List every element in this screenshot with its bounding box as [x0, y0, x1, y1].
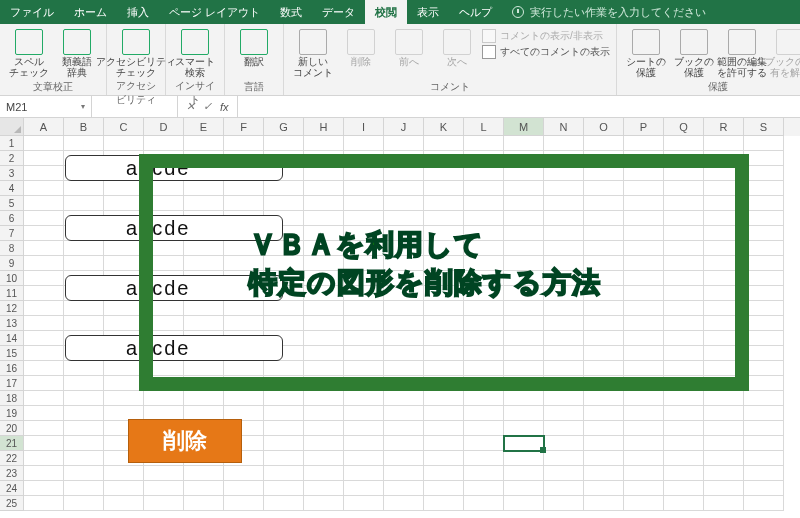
cell[interactable]: [424, 136, 464, 151]
cell[interactable]: [304, 481, 344, 496]
cell[interactable]: [664, 136, 704, 151]
column-header[interactable]: I: [344, 118, 384, 136]
row-header[interactable]: 3: [0, 166, 24, 181]
cell[interactable]: [24, 196, 64, 211]
cell[interactable]: [184, 481, 224, 496]
insert-function-icon[interactable]: fx: [220, 101, 229, 113]
cell[interactable]: [504, 481, 544, 496]
accessibility-check-button[interactable]: アクセシビリティ チェック: [113, 27, 159, 78]
cell[interactable]: [304, 421, 344, 436]
cell[interactable]: [624, 481, 664, 496]
row-header[interactable]: 20: [0, 421, 24, 436]
cell[interactable]: [384, 436, 424, 451]
cell[interactable]: [704, 466, 744, 481]
cell[interactable]: [584, 436, 624, 451]
cell[interactable]: [584, 421, 624, 436]
cell[interactable]: [104, 496, 144, 511]
cell[interactable]: [264, 421, 304, 436]
cell[interactable]: [744, 421, 784, 436]
cell[interactable]: [24, 211, 64, 226]
cell[interactable]: [744, 496, 784, 511]
cell[interactable]: [544, 406, 584, 421]
row-header[interactable]: 23: [0, 466, 24, 481]
cell[interactable]: [304, 136, 344, 151]
column-header[interactable]: G: [264, 118, 304, 136]
cell[interactable]: [24, 406, 64, 421]
cell[interactable]: [304, 406, 344, 421]
tab-review[interactable]: 校閲: [365, 0, 407, 24]
cell[interactable]: [544, 136, 584, 151]
cell[interactable]: [464, 136, 504, 151]
cell[interactable]: [584, 451, 624, 466]
cell[interactable]: [24, 361, 64, 376]
cell[interactable]: [104, 316, 144, 331]
cell[interactable]: [464, 406, 504, 421]
cell[interactable]: [704, 496, 744, 511]
translate-button[interactable]: 翻訳: [231, 27, 277, 67]
show-all-comments[interactable]: すべてのコメントの表示: [482, 45, 610, 59]
cell[interactable]: [664, 451, 704, 466]
cell[interactable]: [544, 466, 584, 481]
cell[interactable]: [64, 376, 104, 391]
cell[interactable]: [664, 406, 704, 421]
cell[interactable]: [424, 421, 464, 436]
row-header[interactable]: 12: [0, 301, 24, 316]
cell[interactable]: [464, 436, 504, 451]
cell[interactable]: [184, 136, 224, 151]
cell[interactable]: [24, 181, 64, 196]
cell[interactable]: [664, 481, 704, 496]
cell[interactable]: [264, 406, 304, 421]
cell[interactable]: [64, 451, 104, 466]
cell[interactable]: [464, 496, 504, 511]
row-header[interactable]: 7: [0, 226, 24, 241]
row-header[interactable]: 8: [0, 241, 24, 256]
cell[interactable]: [744, 271, 784, 286]
cell[interactable]: [744, 301, 784, 316]
cell[interactable]: [704, 136, 744, 151]
cell[interactable]: [64, 481, 104, 496]
cell[interactable]: [424, 496, 464, 511]
cell[interactable]: [104, 136, 144, 151]
cell[interactable]: [304, 466, 344, 481]
cell[interactable]: [744, 376, 784, 391]
cell[interactable]: [624, 406, 664, 421]
cell[interactable]: [424, 451, 464, 466]
row-header[interactable]: 21: [0, 436, 24, 451]
cell[interactable]: [584, 466, 624, 481]
cell[interactable]: [704, 451, 744, 466]
cell[interactable]: [744, 436, 784, 451]
tell-me[interactable]: 実行したい作業を入力してください: [502, 0, 716, 24]
cell[interactable]: [64, 181, 104, 196]
row-header[interactable]: 19: [0, 406, 24, 421]
cell[interactable]: [144, 466, 184, 481]
cell[interactable]: [64, 421, 104, 436]
cell[interactable]: [424, 466, 464, 481]
cell[interactable]: [744, 286, 784, 301]
row-header[interactable]: 18: [0, 391, 24, 406]
tab-help[interactable]: ヘルプ: [449, 0, 502, 24]
spell-check-button[interactable]: スペル チェック: [6, 27, 52, 78]
cell[interactable]: [464, 451, 504, 466]
cell[interactable]: [464, 421, 504, 436]
cell[interactable]: [144, 391, 184, 406]
cell[interactable]: [744, 316, 784, 331]
cell[interactable]: [424, 391, 464, 406]
row-header[interactable]: 4: [0, 181, 24, 196]
tab-view[interactable]: 表示: [407, 0, 449, 24]
row-header[interactable]: 25: [0, 496, 24, 511]
cell[interactable]: [504, 421, 544, 436]
protect-workbook-button[interactable]: ブックの 保護: [671, 27, 717, 78]
cell[interactable]: [744, 346, 784, 361]
cell[interactable]: [24, 466, 64, 481]
cell[interactable]: [744, 226, 784, 241]
row-header[interactable]: 11: [0, 286, 24, 301]
cell[interactable]: [344, 136, 384, 151]
cell[interactable]: [384, 136, 424, 151]
cell[interactable]: [744, 136, 784, 151]
cell[interactable]: [344, 391, 384, 406]
cell[interactable]: [104, 241, 144, 256]
column-header[interactable]: Q: [664, 118, 704, 136]
row-header[interactable]: 1: [0, 136, 24, 151]
cell[interactable]: [584, 391, 624, 406]
cell[interactable]: [664, 466, 704, 481]
